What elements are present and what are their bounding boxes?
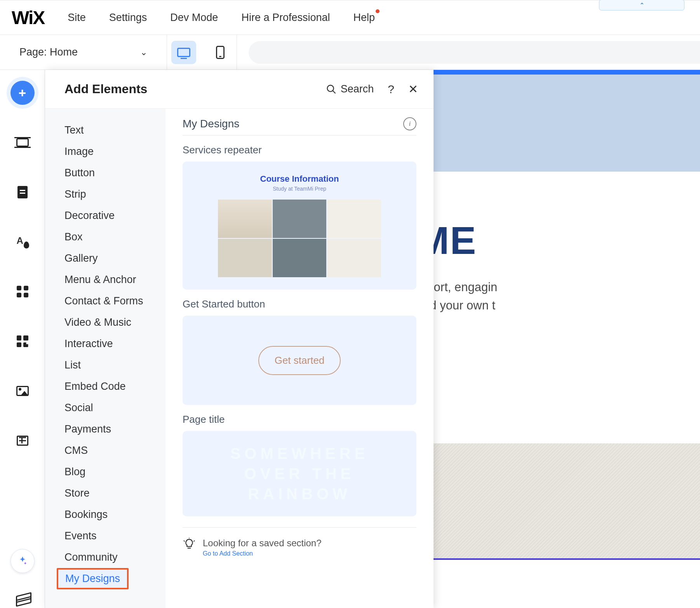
my-business-button[interactable]: [10, 329, 35, 353]
title-line-2: OVER THE: [244, 465, 355, 482]
top-bar: WiX Site Settings Dev Mode Hire a Profes…: [0, 0, 700, 35]
category-item-store[interactable]: Store: [45, 483, 165, 504]
sparkle-icon: [17, 556, 28, 566]
category-item-payments[interactable]: Payments: [45, 419, 165, 440]
chevron-up-icon: ⌃: [639, 2, 644, 9]
topnav-hire[interactable]: Hire a Professional: [241, 12, 330, 24]
app-market-button[interactable]: [10, 280, 35, 304]
search-icon: [326, 84, 337, 95]
second-bar: Page: Home ⌄: [0, 35, 700, 70]
svg-line-4: [193, 540, 195, 542]
panel-actions: Search ? ✕: [326, 82, 418, 96]
title-line-1: SOMEWHERE: [230, 445, 369, 462]
category-item-events[interactable]: Events: [45, 525, 165, 547]
topnav-help[interactable]: Help: [353, 12, 375, 24]
services-title: Course Information: [260, 174, 339, 184]
cms-icon: [17, 436, 28, 446]
svg-line-3: [184, 540, 185, 542]
panel-search[interactable]: Search: [326, 83, 374, 95]
device-switch: [167, 35, 237, 69]
topnav-site[interactable]: Site: [68, 12, 86, 24]
close-icon: ✕: [408, 83, 418, 96]
category-item-blog[interactable]: Blog: [45, 461, 165, 483]
media-button[interactable]: [10, 379, 35, 403]
go-to-add-section-link[interactable]: Go to Add Section: [203, 550, 253, 557]
wix-logo: WiX: [12, 7, 44, 28]
url-bar[interactable]: [249, 41, 700, 64]
page-selector-label: Page: Home: [19, 46, 78, 58]
category-item-social[interactable]: Social: [45, 397, 165, 419]
category-item-interactive[interactable]: Interactive: [45, 333, 165, 354]
svg-line-1: [333, 90, 335, 93]
category-item-my-designs[interactable]: My Designs: [57, 568, 129, 589]
category-item-box[interactable]: Box: [45, 226, 165, 248]
desktop-view-button[interactable]: [171, 41, 196, 64]
title-line-3: RAINBOW: [248, 485, 351, 502]
design-card-page-title[interactable]: SOMEWHERE OVER THE RAINBOW: [183, 431, 416, 516]
category-list[interactable]: TextImageButtonStripDecorativeBoxGallery…: [45, 109, 165, 608]
group-label-button: Get Started button: [183, 298, 416, 310]
detail-head: My Designs i: [183, 117, 416, 135]
mobile-view-button[interactable]: [208, 41, 233, 64]
chevron-down-icon: ⌄: [140, 47, 147, 57]
ai-assistant-button[interactable]: [10, 549, 35, 573]
pages-button[interactable]: [10, 180, 35, 204]
topnav-settings[interactable]: Settings: [109, 12, 147, 24]
category-item-video-music[interactable]: Video & Music: [45, 312, 165, 333]
group-label-services: Services repeater: [183, 144, 416, 156]
info-button[interactable]: i: [403, 117, 416, 130]
topnav-help-label: Help: [353, 12, 375, 23]
category-item-button[interactable]: Button: [45, 162, 165, 184]
topnav-dev-mode[interactable]: Dev Mode: [170, 12, 218, 24]
collapse-pill[interactable]: ⌃: [599, 0, 684, 10]
svg-point-0: [327, 85, 333, 91]
hint-text: Looking for a saved section?: [203, 538, 322, 549]
design-card-get-started[interactable]: Get started: [183, 316, 416, 405]
question-icon: ?: [388, 83, 394, 96]
cms-button[interactable]: [10, 429, 35, 453]
category-item-text[interactable]: Text: [45, 120, 165, 141]
top-nav: Site Settings Dev Mode Hire a Profession…: [68, 12, 375, 24]
site-design-button[interactable]: [10, 230, 35, 254]
puzzle-icon: [17, 335, 28, 347]
main-area: WELCOME lcome visitors to your site with…: [0, 70, 700, 608]
group-label-pagetitle: Page title: [183, 413, 416, 426]
category-item-decorative[interactable]: Decorative: [45, 205, 165, 226]
category-item-community[interactable]: Community: [45, 547, 165, 568]
plus-icon: +: [19, 85, 26, 101]
panel-title: Add Elements: [64, 82, 147, 96]
mobile-icon: [216, 46, 225, 59]
page-icon: [17, 186, 28, 198]
detail-heading: My Designs: [183, 118, 239, 130]
category-item-embed-code[interactable]: Embed Code: [45, 376, 165, 397]
category-item-list[interactable]: List: [45, 354, 165, 376]
category-item-bookings[interactable]: Bookings: [45, 504, 165, 525]
get-started-preview-button: Get started: [258, 346, 341, 375]
panel-header: Add Elements Search ? ✕: [45, 70, 434, 109]
services-grid-preview: [218, 200, 381, 277]
design-icon: [17, 236, 28, 248]
category-item-strip[interactable]: Strip: [45, 184, 165, 205]
lightbulb-icon: [183, 538, 196, 551]
panel-close-button[interactable]: ✕: [408, 82, 418, 96]
services-subtitle: Study at TeamMi Prep: [273, 186, 326, 192]
layers-button[interactable]: [16, 594, 29, 602]
category-item-image[interactable]: Image: [45, 141, 165, 162]
add-elements-panel: Add Elements Search ? ✕ TextImageButtonS…: [45, 70, 434, 608]
media-icon: [16, 386, 29, 396]
saved-section-hint: Looking for a saved section? Go to Add S…: [183, 527, 416, 557]
category-item-menu-anchor[interactable]: Menu & Anchor: [45, 269, 165, 290]
panel-body: TextImageButtonStripDecorativeBoxGallery…: [45, 109, 434, 608]
design-card-services-repeater[interactable]: Course Information Study at TeamMi Prep: [183, 162, 416, 290]
category-item-gallery[interactable]: Gallery: [45, 248, 165, 269]
panel-help-button[interactable]: ?: [388, 83, 394, 96]
category-item-contact-forms[interactable]: Contact & Forms: [45, 290, 165, 312]
add-elements-button[interactable]: +: [10, 81, 35, 105]
sections-button[interactable]: [10, 130, 35, 155]
desktop-icon: [177, 48, 190, 57]
apps-icon: [17, 286, 28, 297]
category-item-cms[interactable]: CMS: [45, 440, 165, 461]
page-selector[interactable]: Page: Home ⌄: [0, 35, 167, 69]
notification-dot-icon: [376, 9, 380, 13]
search-label: Search: [341, 83, 374, 95]
